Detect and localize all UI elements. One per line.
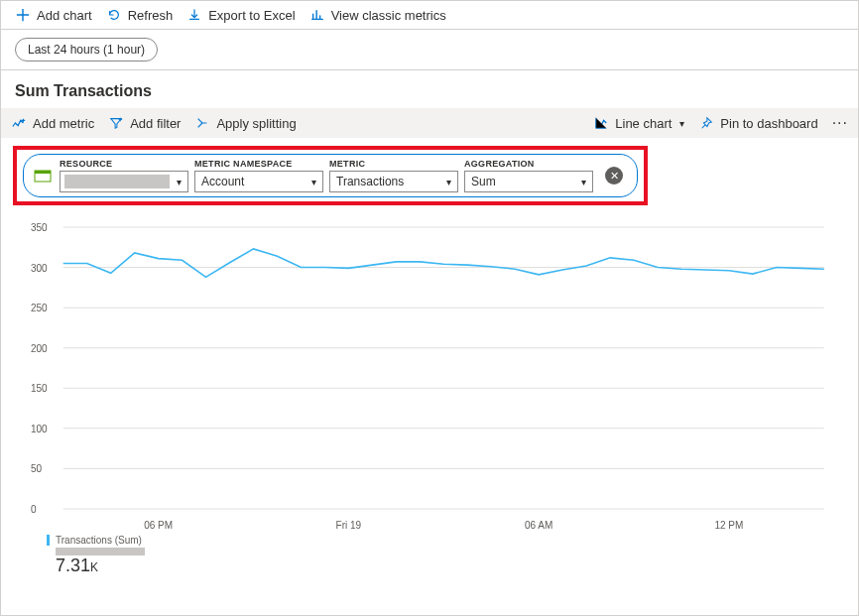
aggregation-selector-group: AGGREGATION Sum ▾ (464, 159, 593, 192)
chevron-down-icon: ▾ (446, 177, 451, 187)
metric-value: Transactions (336, 175, 404, 188)
y-tick-label: 250 (31, 303, 48, 313)
legend-value-number: 7.31 (56, 555, 90, 575)
metric-label: METRIC (329, 159, 458, 169)
storage-account-icon (32, 165, 54, 186)
download-icon (186, 7, 202, 23)
aggregation-value: Sum (471, 175, 496, 188)
y-tick-label: 150 (31, 383, 48, 394)
close-icon: ✕ (610, 170, 619, 183)
add-metric-icon (11, 115, 27, 131)
metric-selector-group: METRIC Transactions ▾ (329, 159, 458, 192)
x-tick-label: 12 PM (714, 520, 743, 531)
split-icon (194, 115, 210, 131)
legend-value-unit: K (90, 560, 98, 574)
add-metric-label: Add metric (33, 116, 94, 131)
refresh-icon (106, 7, 122, 23)
legend: Transactions (Sum) 7.31K (47, 535, 205, 576)
time-range-row: Last 24 hours (1 hour) (1, 30, 858, 70)
apply-splitting-button[interactable]: Apply splitting (194, 115, 296, 131)
aggregation-dropdown[interactable]: Sum ▾ (464, 171, 593, 192)
y-tick-label: 100 (31, 423, 48, 433)
y-tick-label: 200 (31, 342, 48, 353)
refresh-label: Refresh (128, 8, 174, 23)
chevron-down-icon: ▾ (311, 177, 316, 187)
add-filter-label: Add filter (130, 116, 181, 131)
x-tick-label: Fri 19 (336, 520, 362, 531)
refresh-button[interactable]: Refresh (106, 7, 174, 23)
x-tick-label: 06 AM (525, 520, 552, 531)
legend-value: 7.31K (56, 555, 205, 576)
add-chart-button[interactable]: Add chart (15, 7, 92, 23)
top-toolbar: Add chart Refresh Export to Excel View c… (1, 1, 858, 30)
namespace-label: METRIC NAMESPACE (194, 159, 323, 169)
x-tick-label: 06 PM (144, 520, 173, 531)
apply-splitting-label: Apply splitting (216, 116, 296, 131)
pin-label: Pin to dashboard (720, 116, 817, 131)
metric-selector-highlight: RESOURCE ▾ METRIC NAMESPACE Account ▾ ME… (13, 146, 648, 205)
add-metric-button[interactable]: Add metric (11, 115, 94, 131)
export-button[interactable]: Export to Excel (186, 7, 295, 23)
namespace-value: Account (201, 175, 244, 188)
resource-label: RESOURCE (60, 159, 188, 169)
y-tick-label: 350 (31, 222, 48, 233)
view-classic-label: View classic metrics (331, 8, 446, 23)
export-label: Export to Excel (208, 8, 295, 23)
metric-dropdown[interactable]: Transactions ▾ (329, 171, 458, 192)
resource-dropdown[interactable]: ▾ (60, 171, 188, 192)
plus-icon (15, 7, 31, 23)
more-button[interactable]: ··· (832, 114, 848, 132)
y-tick-label: 0 (31, 504, 37, 515)
legend-series-name: Transactions (Sum) (47, 535, 205, 546)
y-tick-label: 300 (31, 262, 48, 273)
line-chart-icon (593, 115, 609, 131)
remove-metric-button[interactable]: ✕ (605, 167, 623, 185)
aggregation-label: AGGREGATION (464, 159, 593, 169)
namespace-dropdown[interactable]: Account ▾ (194, 171, 323, 192)
legend-bar (56, 548, 145, 555)
chart-area: 05010015020025030035006 PMFri 1906 AM12 … (25, 223, 834, 531)
chevron-down-icon: ▾ (581, 177, 586, 187)
metric-selector-pill: RESOURCE ▾ METRIC NAMESPACE Account ▾ ME… (23, 154, 638, 197)
view-classic-button[interactable]: View classic metrics (309, 7, 446, 23)
pin-button[interactable]: Pin to dashboard (698, 115, 817, 131)
pin-icon (698, 115, 714, 131)
y-tick-label: 50 (31, 463, 42, 474)
resource-selector-group: RESOURCE ▾ (60, 159, 188, 192)
time-range-pill[interactable]: Last 24 hours (1 hour) (15, 38, 158, 62)
filter-icon (108, 115, 124, 131)
chart-type-label: Line chart (615, 116, 672, 131)
chart-toolbar: Add metric Add filter Apply splitting Li… (1, 108, 858, 138)
namespace-selector-group: METRIC NAMESPACE Account ▾ (194, 159, 323, 192)
chart-type-button[interactable]: Line chart ▾ (593, 115, 684, 131)
line-chart (25, 223, 834, 531)
chevron-down-icon: ▾ (177, 177, 182, 187)
bar-chart-icon (309, 7, 325, 23)
add-chart-label: Add chart (37, 8, 92, 23)
add-filter-button[interactable]: Add filter (108, 115, 181, 131)
svg-rect-1 (35, 171, 51, 174)
chart-title: Sum Transactions (1, 70, 858, 108)
chevron-down-icon: ▾ (679, 118, 684, 129)
